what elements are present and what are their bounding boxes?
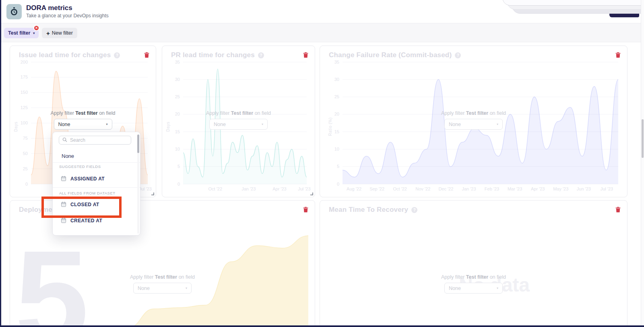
new-filter-button[interactable]: + New filter (42, 28, 77, 38)
svg-text:Jan '23: Jan '23 (462, 186, 476, 191)
plus-icon: + (46, 30, 50, 37)
save-button[interactable]: Save (609, 5, 639, 17)
option-assigned-at[interactable]: ASSIGNED AT (53, 173, 140, 185)
option-created-at[interactable]: CREATED AT (53, 215, 140, 227)
page-subtitle: Take a glance at your DevOps insights (26, 13, 109, 19)
apply-filter-label: Apply filter Test filter on field (206, 110, 271, 116)
chevron-down-icon: ▾ (186, 286, 187, 290)
filter-name: Test filter (75, 110, 97, 116)
apply-filter-label: Apply filter Test filter on field (441, 110, 506, 116)
page-scrollbar-thumb[interactable] (642, 119, 644, 158)
svg-text:30: 30 (175, 77, 180, 82)
field-select-value: None (449, 122, 461, 127)
card-title: Mean Time To Recovery (329, 206, 408, 214)
trash-icon (303, 207, 308, 213)
svg-text:Jul '23: Jul '23 (601, 186, 613, 191)
chevron-down-icon: ▾ (106, 122, 107, 126)
svg-text:0: 0 (25, 182, 28, 186)
field-select-value: None (138, 286, 150, 291)
card-title: Change Failure Rate (Commit-based) (329, 51, 452, 59)
stopwatch-icon (6, 4, 22, 19)
svg-text:Feb '23: Feb '23 (485, 186, 499, 191)
cancel-button[interactable]: Cancel (584, 8, 601, 14)
page-header: DORA metrics Take a glance at your DevOp… (0, 0, 644, 23)
svg-text:0: 0 (178, 182, 180, 186)
svg-text:Aug '22: Aug '22 (347, 186, 361, 191)
svg-text:Jul '23: Jul '23 (298, 186, 310, 191)
svg-text:15: 15 (175, 129, 180, 134)
trash-icon (144, 52, 149, 58)
field-select[interactable]: None ▾ (54, 119, 112, 130)
section-label-all-fields: ALL FIELDS FROM DATASET (59, 191, 116, 195)
svg-text:Sep '22: Sep '22 (369, 186, 384, 191)
svg-text:75: 75 (23, 136, 28, 141)
remove-filter-badge[interactable]: ✕ (33, 25, 39, 31)
svg-text:Jan '23: Jan '23 (242, 186, 256, 191)
help-icon[interactable]: ? (455, 52, 461, 58)
chevron-down-icon: ▾ (33, 31, 35, 35)
svg-text:Nov '22: Nov '22 (415, 186, 430, 191)
filter-overlay: Apply filter Test filter on field None ▾ (162, 110, 315, 130)
chevron-down-icon: ▾ (497, 122, 498, 126)
calendar-icon (61, 176, 66, 182)
filter-overlay: Apply filter Test filter on field None ▾ (320, 110, 627, 130)
svg-text:15: 15 (334, 129, 339, 134)
filter-overlay: Apply filter Test filter on field None ▾ (10, 110, 156, 130)
calendar-icon (61, 201, 66, 208)
card-change-failure-rate: Change Failure Rate (Commit-based) ? 353… (320, 46, 627, 197)
delete-card-button[interactable] (302, 51, 309, 60)
svg-text:0: 0 (337, 182, 339, 186)
card-mean-time-to-recovery: No data Mean Time To Recovery ? Apply fi… (320, 200, 627, 327)
search-input[interactable] (70, 137, 128, 143)
section-label-suggested-fields: SUGGESTED FIELDS (59, 164, 101, 169)
window-frame-edge (0, 325, 644, 327)
help-icon[interactable]: ? (114, 52, 120, 58)
field-select[interactable]: None ▾ (444, 283, 503, 294)
svg-text:Jul '23: Jul '23 (139, 186, 151, 191)
svg-text:200: 200 (21, 60, 28, 64)
delete-card-button[interactable] (615, 206, 621, 215)
svg-text:5: 5 (337, 164, 339, 169)
delete-card-button[interactable] (615, 51, 621, 60)
option-closed-at[interactable]: CLOSED AT (53, 199, 140, 211)
card-title: PR lead time for changes (171, 51, 255, 59)
chevron-down-icon: ▾ (262, 122, 263, 126)
calendar-icon (61, 217, 66, 224)
svg-text:Dec '22: Dec '22 (438, 186, 453, 191)
dropdown-scrollbar-thumb[interactable] (137, 135, 139, 153)
svg-text:Apr '23: Apr '23 (531, 186, 545, 191)
trash-icon (303, 52, 308, 58)
delete-card-button[interactable] (143, 51, 150, 60)
field-select[interactable]: None ▾ (209, 119, 268, 130)
resize-handle[interactable] (310, 192, 313, 195)
chevron-down-icon: ▾ (497, 286, 498, 290)
delete-card-button[interactable] (302, 206, 309, 215)
field-select[interactable]: None ▾ (444, 119, 503, 130)
apply-filter-label: Apply filter Test filter on field (51, 110, 116, 116)
option-none[interactable]: None (53, 150, 140, 163)
svg-text:Jun '23: Jun '23 (577, 186, 591, 191)
help-icon[interactable]: ? (411, 207, 417, 213)
svg-text:10: 10 (175, 147, 180, 151)
filter-name: Test filter (466, 110, 488, 116)
search-icon (62, 137, 67, 144)
divider (53, 187, 140, 188)
help-icon[interactable]: ? (258, 52, 264, 58)
filter-overlay: Apply filter Test filter on field None ▾ (320, 274, 627, 294)
trash-icon (615, 52, 621, 58)
dropdown-search (59, 136, 131, 145)
svg-text:125: 125 (21, 105, 28, 110)
svg-text:25: 25 (334, 94, 339, 99)
page-title: DORA metrics (26, 4, 72, 12)
field-dropdown-panel: None SUGGESTED FIELDS ASSIGNED AT ALL FI… (52, 132, 140, 236)
filter-name: Test filter (466, 274, 488, 280)
resize-handle[interactable] (151, 192, 154, 195)
field-select[interactable]: None ▾ (133, 283, 192, 294)
save-icon (615, 8, 619, 14)
save-button-label: Save (622, 8, 634, 14)
page-scrollbar-track[interactable] (641, 0, 644, 327)
svg-text:Oct '22: Oct '22 (208, 186, 223, 191)
svg-text:35: 35 (334, 60, 339, 64)
svg-text:150: 150 (21, 90, 28, 95)
filter-name: Test filter (231, 110, 253, 116)
